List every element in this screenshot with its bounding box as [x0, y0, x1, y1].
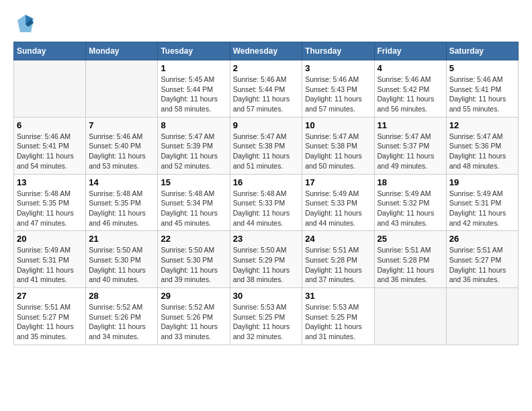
- day-number: 10: [305, 120, 371, 130]
- day-info: Sunrise: 5:51 AM Sunset: 5:28 PM Dayligh…: [305, 245, 371, 285]
- calendar-cell: 5Sunrise: 5:46 AM Sunset: 5:41 PM Daylig…: [446, 60, 518, 118]
- calendar-week-2: 6Sunrise: 5:46 AM Sunset: 5:41 PM Daylig…: [14, 117, 519, 174]
- calendar-week-5: 27Sunrise: 5:51 AM Sunset: 5:27 PM Dayli…: [14, 288, 519, 345]
- calendar-table: SundayMondayTuesdayWednesdayThursdayFrid…: [13, 42, 519, 345]
- calendar-cell: 17Sunrise: 5:49 AM Sunset: 5:33 PM Dayli…: [302, 174, 374, 231]
- day-number: 9: [233, 120, 300, 130]
- day-info: Sunrise: 5:48 AM Sunset: 5:33 PM Dayligh…: [233, 189, 300, 228]
- day-info: Sunrise: 5:46 AM Sunset: 5:40 PM Dayligh…: [89, 132, 154, 171]
- calendar-cell: 18Sunrise: 5:49 AM Sunset: 5:32 PM Dayli…: [374, 174, 446, 231]
- calendar-cell: 29Sunrise: 5:52 AM Sunset: 5:26 PM Dayli…: [158, 288, 230, 345]
- day-info: Sunrise: 5:45 AM Sunset: 5:44 PM Dayligh…: [161, 75, 226, 114]
- calendar-cell: 22Sunrise: 5:50 AM Sunset: 5:30 PM Dayli…: [158, 231, 230, 288]
- day-info: Sunrise: 5:50 AM Sunset: 5:30 PM Dayligh…: [89, 245, 154, 285]
- day-number: 15: [161, 177, 226, 187]
- logo: [13, 13, 35, 35]
- calendar-week-4: 20Sunrise: 5:49 AM Sunset: 5:31 PM Dayli…: [14, 231, 519, 288]
- weekday-header-row: SundayMondayTuesdayWednesdayThursdayFrid…: [14, 42, 519, 60]
- day-info: Sunrise: 5:47 AM Sunset: 5:37 PM Dayligh…: [378, 132, 443, 171]
- calendar-cell: 27Sunrise: 5:51 AM Sunset: 5:27 PM Dayli…: [14, 288, 86, 345]
- calendar-cell: 11Sunrise: 5:47 AM Sunset: 5:37 PM Dayli…: [374, 117, 446, 174]
- day-number: 21: [89, 234, 154, 244]
- calendar-cell: 16Sunrise: 5:48 AM Sunset: 5:33 PM Dayli…: [230, 174, 302, 231]
- weekday-header-wednesday: Wednesday: [230, 42, 302, 60]
- day-info: Sunrise: 5:49 AM Sunset: 5:31 PM Dayligh…: [449, 189, 515, 228]
- calendar-cell: 2Sunrise: 5:46 AM Sunset: 5:44 PM Daylig…: [230, 60, 302, 118]
- day-info: Sunrise: 5:47 AM Sunset: 5:36 PM Dayligh…: [449, 132, 515, 171]
- day-info: Sunrise: 5:51 AM Sunset: 5:27 PM Dayligh…: [449, 245, 515, 285]
- day-info: Sunrise: 5:46 AM Sunset: 5:43 PM Dayligh…: [305, 75, 371, 114]
- page-header: [13, 13, 519, 35]
- calendar-week-3: 13Sunrise: 5:48 AM Sunset: 5:35 PM Dayli…: [14, 174, 519, 231]
- calendar-cell: [446, 288, 518, 345]
- day-number: 7: [89, 120, 154, 130]
- calendar-cell: 7Sunrise: 5:46 AM Sunset: 5:40 PM Daylig…: [86, 117, 158, 174]
- day-number: 8: [161, 120, 226, 130]
- calendar-cell: 4Sunrise: 5:46 AM Sunset: 5:42 PM Daylig…: [374, 60, 446, 118]
- day-number: 16: [233, 177, 300, 187]
- day-info: Sunrise: 5:53 AM Sunset: 5:25 PM Dayligh…: [305, 302, 371, 342]
- calendar-cell: 6Sunrise: 5:46 AM Sunset: 5:41 PM Daylig…: [14, 117, 86, 174]
- day-info: Sunrise: 5:46 AM Sunset: 5:41 PM Dayligh…: [449, 75, 515, 114]
- day-info: Sunrise: 5:52 AM Sunset: 5:26 PM Dayligh…: [161, 302, 226, 342]
- calendar-cell: 9Sunrise: 5:47 AM Sunset: 5:38 PM Daylig…: [230, 117, 302, 174]
- calendar-cell: 14Sunrise: 5:48 AM Sunset: 5:35 PM Dayli…: [86, 174, 158, 231]
- day-number: 25: [378, 234, 443, 244]
- calendar-cell: 21Sunrise: 5:50 AM Sunset: 5:30 PM Dayli…: [86, 231, 158, 288]
- calendar-cell: 25Sunrise: 5:51 AM Sunset: 5:28 PM Dayli…: [374, 231, 446, 288]
- day-number: 17: [305, 177, 371, 187]
- day-info: Sunrise: 5:47 AM Sunset: 5:39 PM Dayligh…: [161, 132, 226, 171]
- calendar-cell: 10Sunrise: 5:47 AM Sunset: 5:38 PM Dayli…: [302, 117, 374, 174]
- day-info: Sunrise: 5:47 AM Sunset: 5:38 PM Dayligh…: [233, 132, 300, 171]
- weekday-header-sunday: Sunday: [14, 42, 86, 60]
- day-number: 3: [305, 63, 371, 73]
- calendar-cell: 31Sunrise: 5:53 AM Sunset: 5:25 PM Dayli…: [302, 288, 374, 345]
- weekday-header-saturday: Saturday: [446, 42, 518, 60]
- weekday-header-monday: Monday: [86, 42, 158, 60]
- day-number: 19: [449, 177, 515, 187]
- calendar-cell: 19Sunrise: 5:49 AM Sunset: 5:31 PM Dayli…: [446, 174, 518, 231]
- day-number: 23: [233, 234, 300, 244]
- day-number: 22: [161, 234, 226, 244]
- calendar-cell: [86, 60, 158, 118]
- calendar-cell: 24Sunrise: 5:51 AM Sunset: 5:28 PM Dayli…: [302, 231, 374, 288]
- day-info: Sunrise: 5:48 AM Sunset: 5:34 PM Dayligh…: [161, 189, 226, 228]
- calendar-cell: 8Sunrise: 5:47 AM Sunset: 5:39 PM Daylig…: [158, 117, 230, 174]
- day-info: Sunrise: 5:47 AM Sunset: 5:38 PM Dayligh…: [305, 132, 371, 171]
- calendar-cell: 12Sunrise: 5:47 AM Sunset: 5:36 PM Dayli…: [446, 117, 518, 174]
- day-info: Sunrise: 5:51 AM Sunset: 5:28 PM Dayligh…: [378, 245, 443, 285]
- day-number: 5: [449, 63, 515, 73]
- day-info: Sunrise: 5:53 AM Sunset: 5:25 PM Dayligh…: [233, 302, 300, 342]
- day-info: Sunrise: 5:51 AM Sunset: 5:27 PM Dayligh…: [17, 302, 83, 342]
- day-number: 24: [305, 234, 371, 244]
- calendar-cell: 20Sunrise: 5:49 AM Sunset: 5:31 PM Dayli…: [14, 231, 86, 288]
- calendar-cell: 13Sunrise: 5:48 AM Sunset: 5:35 PM Dayli…: [14, 174, 86, 231]
- calendar-week-1: 1Sunrise: 5:45 AM Sunset: 5:44 PM Daylig…: [14, 60, 519, 118]
- day-info: Sunrise: 5:48 AM Sunset: 5:35 PM Dayligh…: [17, 189, 83, 228]
- calendar-cell: 15Sunrise: 5:48 AM Sunset: 5:34 PM Dayli…: [158, 174, 230, 231]
- day-info: Sunrise: 5:49 AM Sunset: 5:32 PM Dayligh…: [378, 189, 443, 228]
- day-number: 18: [378, 177, 443, 187]
- day-number: 26: [449, 234, 515, 244]
- calendar-cell: 28Sunrise: 5:52 AM Sunset: 5:26 PM Dayli…: [86, 288, 158, 345]
- day-number: 12: [449, 120, 515, 130]
- weekday-header-friday: Friday: [374, 42, 446, 60]
- day-number: 13: [17, 177, 83, 187]
- day-number: 1: [161, 63, 226, 73]
- day-info: Sunrise: 5:48 AM Sunset: 5:35 PM Dayligh…: [89, 189, 154, 228]
- day-number: 31: [305, 291, 371, 301]
- day-info: Sunrise: 5:50 AM Sunset: 5:29 PM Dayligh…: [233, 245, 300, 285]
- day-info: Sunrise: 5:49 AM Sunset: 5:33 PM Dayligh…: [305, 189, 371, 228]
- weekday-header-thursday: Thursday: [302, 42, 374, 60]
- calendar-cell: 23Sunrise: 5:50 AM Sunset: 5:29 PM Dayli…: [230, 231, 302, 288]
- calendar-cell: [14, 60, 86, 118]
- day-number: 28: [89, 291, 154, 301]
- day-number: 14: [89, 177, 154, 187]
- day-number: 11: [378, 120, 443, 130]
- calendar-cell: 1Sunrise: 5:45 AM Sunset: 5:44 PM Daylig…: [158, 60, 230, 118]
- day-info: Sunrise: 5:49 AM Sunset: 5:31 PM Dayligh…: [17, 245, 83, 285]
- calendar-cell: 3Sunrise: 5:46 AM Sunset: 5:43 PM Daylig…: [302, 60, 374, 118]
- day-number: 30: [233, 291, 300, 301]
- logo-bird-icon: [16, 13, 35, 35]
- day-info: Sunrise: 5:50 AM Sunset: 5:30 PM Dayligh…: [161, 245, 226, 285]
